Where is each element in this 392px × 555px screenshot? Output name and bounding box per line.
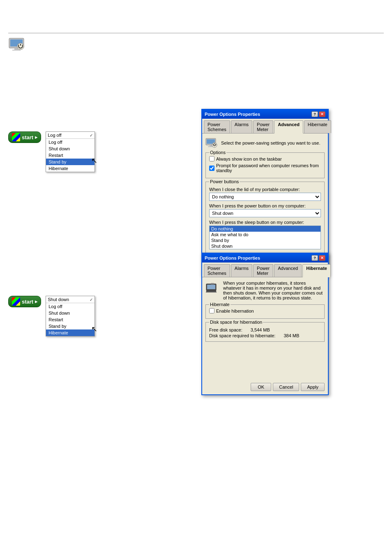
top-rule: [8, 33, 384, 33]
checkbox-row-taskbar: Always show icon on the taskbar: [209, 156, 321, 161]
hibernate-section: Hibernate Enable hibernation: [205, 304, 325, 319]
start-menu-section-1: start ▶ Log off ✓ Log off Shut down Rest…: [8, 131, 104, 172]
options-section-label: Options: [209, 150, 226, 155]
power-btn-select[interactable]: Shut down: [209, 209, 321, 217]
tab-advanced-hib[interactable]: Advanced: [274, 264, 302, 277]
sleep-btn-label: When I press the sleep button on my comp…: [209, 220, 321, 225]
start-menu-dropdown-1: Log off ✓ Log off Shut down Restart Stan…: [46, 131, 95, 172]
power-btn-label: When I press the power button on my comp…: [209, 203, 321, 208]
dialog-hibernate-tabs: Power Schemes Alarms Power Meter Advance…: [202, 263, 328, 277]
start-menu-section-2: start ▶ Shut down ✓ Log off Shut down Re…: [8, 296, 104, 336]
dialog-advanced-content: Select the power-saving settings you wan…: [202, 134, 328, 262]
sleep-option-donothing[interactable]: Do nothing: [210, 226, 321, 232]
disk-space-section: Disk space for hibernation Free disk spa…: [205, 322, 325, 342]
menu-item-standby-1[interactable]: Stand by: [46, 159, 95, 165]
checkbox-taskbar[interactable]: [209, 156, 214, 161]
svg-rect-11: [207, 285, 215, 289]
tab-power-meter-adv[interactable]: Power Meter: [253, 120, 273, 133]
tab-hibernate-adv[interactable]: Hibernate: [304, 120, 331, 133]
titlebar-buttons-hibernate: ? ✕: [311, 255, 325, 261]
menu-item-logoff-2[interactable]: Log off: [46, 303, 95, 310]
start-label-2: start: [22, 299, 33, 305]
required-label: Disk space required to hibernate:: [209, 333, 275, 338]
tab-advanced-adv[interactable]: Advanced: [274, 120, 303, 134]
cancel-button-hibernate[interactable]: Cancel: [273, 383, 299, 391]
dialog-hibernate: Power Options Properties ? ✕ Power Schem…: [201, 253, 329, 395]
menu-item-logoff-1[interactable]: Log off: [46, 139, 95, 145]
start-menu-header-1: Log off ✓: [46, 132, 95, 139]
adv-header-text: Select the power-saving settings you wan…: [221, 140, 321, 145]
required-value: 384 MB: [284, 333, 299, 338]
lid-select[interactable]: Do nothing: [209, 193, 321, 201]
ok-button-hibernate[interactable]: OK: [251, 383, 271, 391]
hibernate-description: When your computer hibernates, it stores…: [223, 281, 325, 300]
windows-logo-2: [12, 297, 20, 306]
free-disk-value: 3,544 MB: [251, 327, 270, 332]
power-btn-dropdown-row: When I press the power button on my comp…: [209, 203, 321, 217]
menu-item-restart-1[interactable]: Restart: [46, 152, 95, 159]
menu-item-hibernate-1[interactable]: Hibernate: [46, 165, 95, 172]
dialog-advanced: Power Options Properties ? ✕ Power Schem…: [201, 109, 329, 276]
start-menu-header-text-2: Shut down: [48, 297, 69, 302]
tab-power-schemes-hib[interactable]: Power Schemes: [204, 264, 230, 277]
disk-space-section-label: Disk space for hibernation: [209, 320, 263, 325]
windows-logo-1: [12, 133, 20, 141]
cursor-2: ↖: [91, 325, 97, 334]
hibernate-icon: [205, 281, 220, 295]
start-menu-checkmark-2: ✓: [90, 297, 93, 302]
start-menu-dropdown-2: Shut down ✓ Log off Shut down Restart St…: [46, 296, 95, 336]
lid-label: When I close the lid of my portable comp…: [209, 187, 321, 192]
tab-hibernate-hib[interactable]: Hibernate: [302, 264, 331, 277]
free-disk-label: Free disk space:: [209, 327, 242, 332]
hibernate-info-row: When your computer hibernates, it stores…: [205, 281, 325, 300]
disk-space-info: Free disk space: 3,544 MB Disk space req…: [209, 327, 321, 338]
menu-item-hibernate-2[interactable]: Hibernate: [46, 329, 95, 336]
dialog-hibernate-title: Power Options Properties: [205, 256, 260, 260]
checkbox-taskbar-label: Always show icon on the taskbar: [216, 157, 282, 161]
menu-item-standby-2[interactable]: Stand by: [46, 323, 95, 329]
svg-rect-12: [206, 290, 216, 292]
sleep-btn-dropdown-row: When I press the sleep button on my comp…: [209, 220, 321, 249]
start-menu-header-2: Shut down ✓: [46, 296, 95, 303]
menu-item-restart-2[interactable]: Restart: [46, 316, 95, 323]
sleep-option-shutdown[interactable]: Shut down: [210, 243, 321, 249]
close-button-advanced[interactable]: ✕: [319, 111, 325, 117]
tab-alarms-adv[interactable]: Alarms: [231, 120, 252, 133]
svg-rect-13: [206, 292, 217, 292]
options-section: Options Always show icon on the taskbar …: [205, 152, 325, 178]
dialog-hibernate-buttons: OK Cancel Apply: [202, 381, 328, 394]
checkbox-password[interactable]: [209, 166, 214, 171]
close-button-hibernate[interactable]: ✕: [319, 255, 325, 261]
apply-button-hibernate[interactable]: Apply: [301, 383, 325, 391]
lid-dropdown-row: When I close the lid of my portable comp…: [209, 187, 321, 201]
sleep-dropdown-open[interactable]: Do nothing Ask me what to do Stand by Sh…: [209, 226, 321, 249]
start-button-1[interactable]: start ▶: [8, 131, 41, 143]
sleep-option-standby[interactable]: Stand by: [210, 237, 321, 243]
power-buttons-section: Power buttons When I close the lid of my…: [205, 182, 325, 256]
menu-item-shutdown-2[interactable]: Shut down: [46, 310, 95, 316]
svg-rect-14: [211, 283, 214, 284]
help-button-hibernate[interactable]: ?: [311, 255, 318, 261]
start-button-2[interactable]: start ▶: [8, 296, 41, 307]
power-icon-top: [8, 35, 25, 51]
empty-space: [205, 345, 325, 378]
checkbox-row-password: Prompt for password when computer resume…: [209, 163, 321, 173]
power-buttons-label: Power buttons: [209, 179, 240, 184]
free-disk-row: Free disk space: 3,544 MB: [209, 327, 321, 332]
help-button-advanced[interactable]: ?: [311, 111, 318, 117]
start-arrow-2: ▶: [35, 300, 37, 304]
dialog-advanced-tabs: Power Schemes Alarms Power Meter Advance…: [202, 119, 328, 134]
start-menu-checkmark-1: ✓: [90, 133, 93, 138]
required-disk-row: Disk space required to hibernate: 384 MB: [209, 333, 321, 338]
svg-rect-3: [12, 50, 21, 51]
tab-alarms-hib[interactable]: Alarms: [231, 264, 252, 277]
tab-power-schemes-adv[interactable]: Power Schemes: [204, 120, 230, 133]
hibernate-section-label: Hibernate: [209, 302, 231, 307]
tab-power-meter-hib[interactable]: Power Meter: [253, 264, 273, 277]
sleep-option-ask[interactable]: Ask me what to do: [210, 232, 321, 237]
checkbox-password-label: Prompt for password when computer resume…: [216, 163, 321, 173]
menu-item-shutdown-1[interactable]: Shut down: [46, 145, 95, 152]
start-menu-header-text-1: Log off: [48, 133, 61, 138]
enable-hibernate-checkbox[interactable]: [209, 308, 214, 313]
enable-hibernate-row: Enable hibernation: [209, 308, 321, 313]
